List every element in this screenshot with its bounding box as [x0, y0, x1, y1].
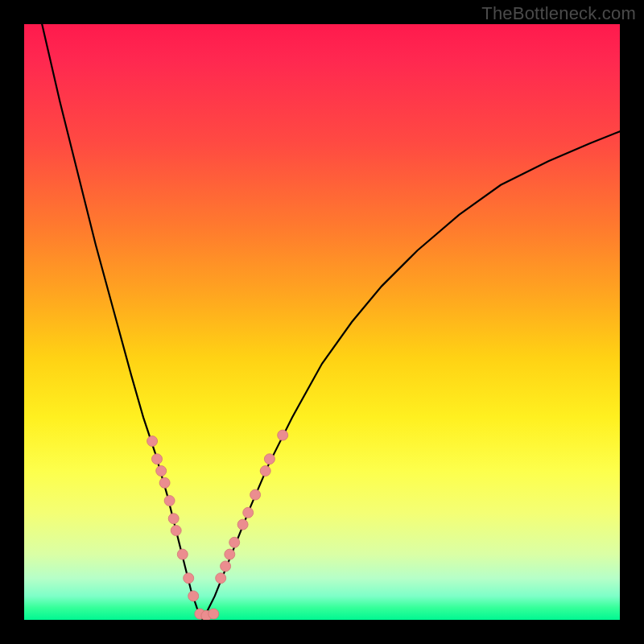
curves-svg — [24, 24, 620, 620]
left-dot-0 — [147, 436, 158, 447]
right-dot-6 — [250, 489, 261, 500]
left-dot-8 — [184, 573, 194, 584]
right-curve — [203, 131, 620, 620]
right-dot-8 — [264, 454, 275, 464]
left-dots-group — [147, 436, 219, 621]
left-dot-7 — [177, 549, 188, 559]
right-dot-4 — [237, 519, 248, 530]
right-dot-9 — [278, 430, 288, 440]
chart-stage: TheBottleneck.com — [0, 0, 644, 644]
right-dot-2 — [225, 549, 235, 559]
left-dot-9 — [188, 591, 199, 601]
right-dot-0 — [216, 573, 226, 584]
left-dot-12 — [208, 609, 219, 619]
left-dot-4 — [164, 496, 175, 506]
right-dot-1 — [221, 561, 231, 572]
left-dot-5 — [168, 514, 179, 524]
left-dot-2 — [156, 466, 167, 477]
watermark-text: TheBottleneck.com — [481, 3, 636, 24]
left-dot-6 — [171, 526, 181, 536]
right-dot-5 — [243, 507, 254, 518]
right-dot-7 — [260, 466, 270, 477]
left-dot-3 — [159, 477, 170, 488]
left-dot-1 — [152, 454, 163, 464]
right-dots-group — [216, 430, 288, 584]
right-dot-3 — [229, 537, 240, 547]
plot-area — [24, 24, 620, 620]
